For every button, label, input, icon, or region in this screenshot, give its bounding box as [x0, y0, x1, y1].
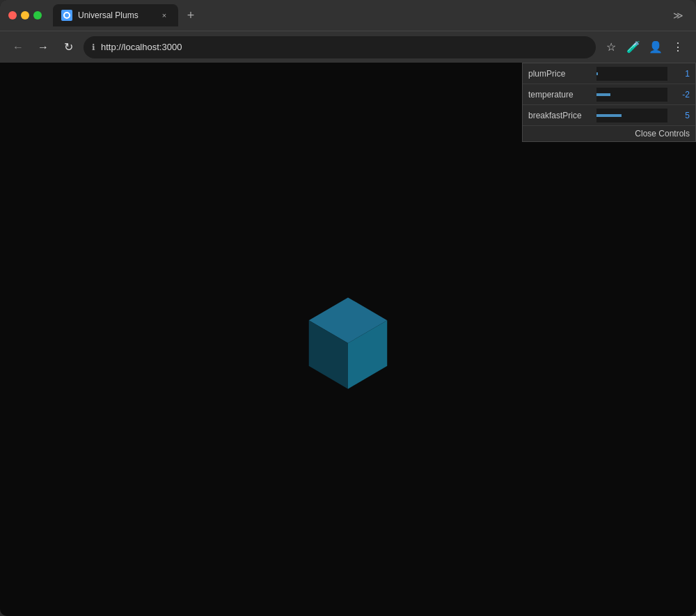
control-row-plumPrice: plumPrice 1 [523, 63, 695, 84]
close-controls-button[interactable]: Close Controls [523, 126, 695, 141]
temperature-value: -2 [673, 90, 690, 100]
cube-container [299, 291, 397, 388]
bookmark-button[interactable]: ☆ [601, 38, 621, 57]
plumPrice-label: plumPrice [528, 69, 591, 79]
tab-favicon [61, 10, 72, 21]
browser-window: Universal Plums × + ≫ ← → ↻ ℹ http://loc… [0, 0, 696, 616]
close-button[interactable] [8, 11, 17, 19]
cube-svg [299, 291, 397, 395]
menu-button[interactable]: ⋮ [668, 38, 688, 57]
control-row-breakfastPrice: breakfastPrice 5 [523, 105, 695, 126]
breakfastPrice-slider[interactable] [596, 109, 667, 123]
tab-title: Universal Plums [78, 10, 153, 20]
address-bar[interactable]: ℹ http://localhost:3000 [84, 36, 596, 58]
maximize-button[interactable] [33, 11, 42, 19]
nav-actions: ☆ 🧪 👤 ⋮ [601, 38, 688, 57]
forward-button[interactable]: → [33, 38, 53, 57]
info-icon: ℹ [92, 42, 95, 52]
tab-close-button[interactable]: × [159, 10, 170, 21]
back-button[interactable]: ← [8, 38, 28, 57]
extensions-button[interactable]: 🧪 [624, 38, 643, 57]
favicon-icon [63, 12, 70, 19]
tab-bar: Universal Plums × + ≫ [53, 4, 688, 26]
temperature-track [596, 93, 610, 96]
breakfastPrice-track [596, 114, 622, 117]
temperature-label: temperature [528, 90, 591, 100]
content-area: plumPrice 1 temperature -2 breakfastPric… [0, 63, 696, 616]
control-row-temperature: temperature -2 [523, 84, 695, 105]
active-tab[interactable]: Universal Plums × [53, 4, 178, 26]
nav-bar: ← → ↻ ℹ http://localhost:3000 ☆ 🧪 👤 ⋮ [0, 31, 696, 63]
controls-panel: plumPrice 1 temperature -2 breakfastPric… [522, 63, 696, 142]
minimize-button[interactable] [21, 11, 29, 19]
profile-button[interactable]: 👤 [646, 38, 665, 57]
url-display: http://localhost:3000 [101, 42, 587, 52]
traffic-lights [8, 11, 42, 19]
plumPrice-track [596, 72, 598, 75]
breakfastPrice-label: breakfastPrice [528, 111, 591, 120]
breakfastPrice-value: 5 [673, 111, 690, 120]
plumPrice-value: 1 [673, 69, 690, 79]
window-controls-right: ≫ [668, 6, 688, 25]
plumPrice-slider[interactable] [596, 67, 667, 81]
temperature-slider[interactable] [596, 88, 667, 102]
title-bar: Universal Plums × + ≫ [0, 0, 696, 31]
new-tab-button[interactable]: + [181, 6, 200, 25]
more-button[interactable]: ≫ [668, 6, 688, 25]
reload-button[interactable]: ↻ [58, 38, 78, 57]
